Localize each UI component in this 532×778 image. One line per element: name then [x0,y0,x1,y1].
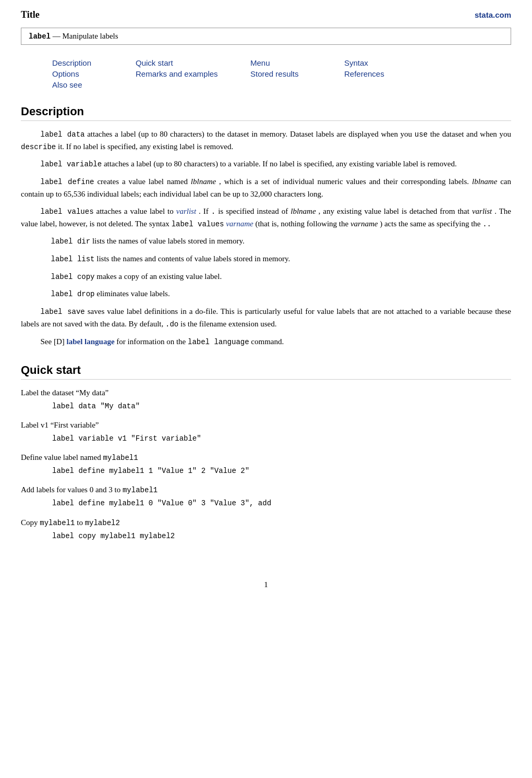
qs-label-4-mono: mylabel1 [123,486,158,494]
italic-varlist: varlist [472,207,492,215]
qs-label-5-text2: to [77,518,84,527]
qs-item-4: Add labels for values 0 and 3 to mylabel… [21,484,511,509]
desc-see-para: See [D] label language for information o… [21,336,511,348]
mono-label-data: label data [41,130,85,139]
qs-code-2: label variable v1 "First variable" [21,433,511,444]
desc-p1-text1: attaches a label (up to 80 characters) t… [87,130,415,138]
qs-item-1: Label the dataset “My data” label data "… [21,387,511,412]
qs-item-5: Copy mylabel1 to mylabel2 label copy myl… [21,517,511,542]
nav-also-see[interactable]: Also see [52,80,136,89]
desc-save-text2: is the filename extension used. [180,320,277,328]
nav-options[interactable]: Options [52,69,136,78]
nav-syntax[interactable]: Syntax [344,58,438,67]
qs-label-2: Label v1 “First variable” [21,419,511,431]
mono-label-variable: label variable [41,160,102,168]
nav-references[interactable]: References [344,69,438,78]
description-section: Description label data attaches a label … [21,105,511,348]
quick-start-heading: Quick start [21,363,511,380]
mono-label-copy: label copy [51,273,95,281]
desc-p1-text2: the dataset and when you [430,130,511,138]
link-label-language[interactable]: label language [66,337,114,346]
desc-copy-line: label copy makes a copy of an existing v… [21,271,511,283]
label-separator: — [51,32,63,40]
link-varlist[interactable]: varlist [176,207,196,215]
mono-dotdot: .. [482,220,491,228]
stata-link[interactable]: stata.com [475,10,511,19]
desc-p1-text3: it. If no label is specified, any existi… [58,142,233,151]
italic-varname: varname [350,220,378,228]
mono-use: use [415,130,428,139]
desc-p2-text: attaches a label (up to 80 characters) t… [104,160,457,168]
desc-see-post1: for information on the [116,337,188,346]
desc-copy-text: makes a copy of an existing value label. [96,272,222,281]
nav-menu[interactable]: Menu [250,58,344,67]
desc-p4-text4: , any existing value label is detached f… [319,207,472,215]
desc-para-4: label values attaches a value label to v… [21,205,511,230]
qs-label-5-mono1: mylabel1 [40,519,75,527]
qs-label-1-text: Label the dataset “My data” [21,388,108,397]
nav-description[interactable]: Description [52,58,136,67]
qs-code-3: label define mylabel1 1 "Value 1" 2 "Val… [21,465,511,477]
desc-para-2: label variable attaches a label (up to 8… [21,158,511,171]
main-content: Description label data attaches a label … [0,105,532,570]
page-number: 1 [264,580,268,589]
link-varname[interactable]: varname [226,220,253,228]
desc-para-1: label data attaches a label (up to 80 ch… [21,128,511,153]
qs-label-3-mono: mylabel1 [103,454,138,462]
desc-see-pre: See [D] [41,337,67,346]
mono-label-values: label values [41,208,94,216]
page-footer: 1 [0,570,532,594]
label-bar: label — Manipulate labels [21,28,511,45]
quick-start-section: Quick start Label the dataset “My data” … [21,363,511,542]
mono-label-language: label language [188,338,249,346]
italic-lblname-1: lblname [191,177,216,186]
mono-label-drop: label drop [51,290,95,298]
qs-label-5: Copy mylabel1 to mylabel2 [21,517,511,529]
mono-dot: . [211,208,215,216]
page-header: Title stata.com [0,0,532,23]
qs-item-3: Define value label named mylabel1 label … [21,452,511,477]
nav-remarks[interactable]: Remarks and examples [136,69,250,78]
qs-label-4: Add labels for values 0 and 3 to mylabel… [21,484,511,496]
page-title: Title [21,9,40,20]
desc-drop-line: label drop eliminates value labels. [21,288,511,300]
qs-label-3-text1: Define value label named [21,453,103,461]
desc-p4-text7: (that is, nothing following the [255,220,350,228]
desc-dir-text: lists the names of value labels stored i… [92,237,245,245]
qs-label-3: Define value label named mylabel1 [21,452,511,464]
mono-label-define: label define [41,178,94,186]
nav-section: Description Quick start Menu Syntax Opti… [0,53,532,100]
qs-label-5-text1: Copy [21,518,40,527]
desc-list-line: label list lists the names and contents … [21,253,511,265]
desc-p3-text1: creates a value label named [97,177,190,186]
desc-p4-text2: . If [199,207,211,215]
desc-save-para: label save saves value label definitions… [21,306,511,330]
label-keyword: label [29,32,51,41]
mono-do-ext: .do [165,320,178,329]
mono-label-values-2: label values [172,220,224,228]
qs-code-5: label copy mylabel1 mylabel2 [21,530,511,542]
mono-describe: describe [21,143,56,151]
nav-quick-start[interactable]: Quick start [136,58,250,67]
qs-code-1: label data "My data" [21,400,511,412]
mono-label-dir: label dir [51,237,91,246]
desc-dir-line: label dir lists the names of value label… [21,235,511,248]
mono-label-list: label list [51,255,95,263]
mono-label-save: label save [41,308,85,316]
desc-p4-text3: is specified instead of [218,207,291,215]
qs-label-1: Label the dataset “My data” [21,387,511,399]
desc-para-3: label define creates a value label named… [21,176,511,200]
desc-list-text: lists the names and contents of value la… [96,254,290,263]
qs-code-4: label define mylabel1 0 "Value 0" 3 "Val… [21,497,511,509]
description-heading: Description [21,105,511,121]
qs-label-2-text: Label v1 “First variable” [21,421,99,429]
desc-p4-text1: attaches a value label to [96,207,176,215]
italic-lblname-2: lblname [472,177,497,186]
desc-p3-text2: , which is a set of individual numeric v… [219,177,472,186]
nav-stored-results[interactable]: Stored results [250,69,344,78]
qs-label-5-mono2: mylabel2 [85,519,120,527]
desc-p4-text8: ) acts the same as specifying the [380,220,482,228]
desc-see-post2: command. [251,337,284,346]
qs-item-2: Label v1 “First variable” label variable… [21,419,511,444]
qs-label-4-text1: Add labels for values 0 and 3 to [21,485,123,494]
